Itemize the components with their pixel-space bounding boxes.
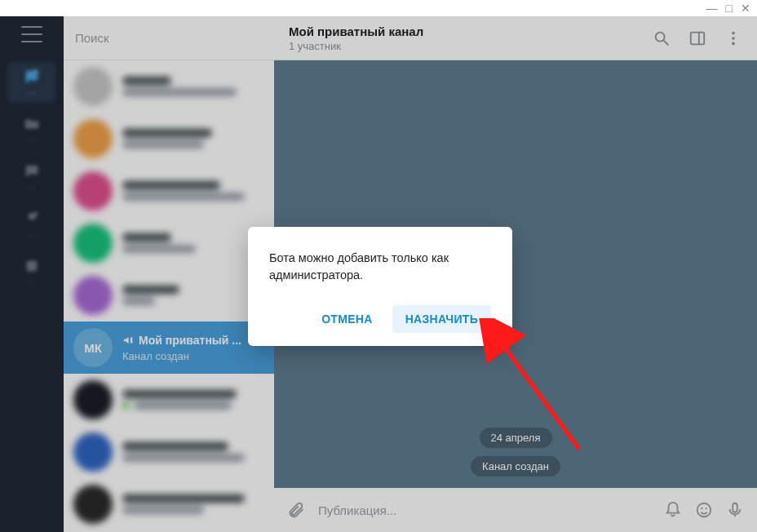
minimize-button[interactable]: —: [706, 2, 718, 14]
titlebar: — □ ✕: [0, 0, 757, 16]
cancel-button[interactable]: ОТМЕНА: [308, 305, 385, 333]
confirm-dialog: Бота можно добавить только как администр…: [248, 227, 512, 346]
maximize-button[interactable]: □: [726, 2, 733, 14]
confirm-button[interactable]: НАЗНАЧИТЬ: [392, 305, 491, 333]
dialog-text: Бота можно добавить только как администр…: [269, 250, 491, 284]
close-button[interactable]: ✕: [741, 2, 750, 14]
